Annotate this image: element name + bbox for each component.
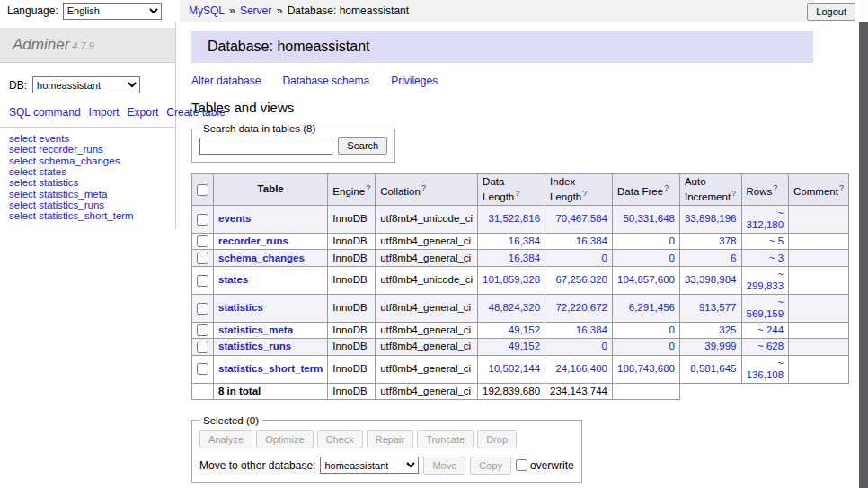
auto-increment-link[interactable]: 6 <box>731 253 736 263</box>
overwrite-checkbox[interactable] <box>516 459 527 471</box>
index-length-link[interactable]: 0 <box>602 341 607 351</box>
copy-button[interactable]: Copy <box>470 457 511 475</box>
auto-increment-link[interactable]: 33,898,196 <box>685 213 737 224</box>
row-checkbox-statistics-runs[interactable] <box>197 342 208 353</box>
rows-link[interactable]: ~ 244 <box>757 324 784 335</box>
data-length-link[interactable]: 16,384 <box>509 235 540 246</box>
data-free-link[interactable]: 104,857,600 <box>617 274 675 285</box>
select-all-checkbox[interactable] <box>197 184 208 196</box>
table-link-statistics[interactable]: statistics <box>218 302 263 313</box>
row-checkbox-statistics-short-term[interactable] <box>197 363 208 375</box>
data-length-link[interactable]: 31,522,816 <box>488 213 540 224</box>
bulk-analyze-button[interactable]: Analyze <box>199 430 252 448</box>
sidebar-select-states[interactable]: select <box>9 166 36 177</box>
table-link-schema-changes[interactable]: schema_changes <box>218 253 305 263</box>
rows-link[interactable]: ~ 312,180 <box>747 208 784 230</box>
bulk-repair-button[interactable]: Repair <box>367 430 413 448</box>
column-help-link[interactable]: ? <box>515 189 519 198</box>
bulk-truncate-button[interactable]: Truncate <box>417 430 474 448</box>
row-checkbox-statistics-meta[interactable] <box>197 324 208 336</box>
rows-link[interactable]: ~ 3 <box>769 253 784 263</box>
table-link-statistics-runs[interactable]: statistics_runs <box>218 341 291 351</box>
index-length-link[interactable]: 16,384 <box>576 324 607 335</box>
rows-link[interactable]: ~ 569,159 <box>747 297 784 319</box>
rows-link[interactable]: ~ 628 <box>757 341 784 351</box>
data-length-link[interactable]: 16,384 <box>509 253 540 263</box>
index-length-link[interactable]: 16,384 <box>576 235 607 246</box>
link-alter-database[interactable]: Alter database <box>191 75 261 87</box>
column-help-link[interactable]: ? <box>731 189 736 198</box>
auto-increment-link[interactable]: 913,577 <box>699 302 737 313</box>
data-length-link[interactable]: 101,859,328 <box>483 274 540 285</box>
data-length-link[interactable]: 48,824,320 <box>488 302 540 313</box>
sidebar-table-statistics-runs[interactable]: statistics_runs <box>39 200 104 210</box>
table-link-events[interactable]: events <box>218 213 251 224</box>
logout-button[interactable]: Logout <box>807 3 855 21</box>
sidebar-table-statistics-short-term[interactable]: statistics_short_term <box>39 210 133 221</box>
index-length-link[interactable]: 67,256,320 <box>555 274 607 285</box>
row-checkbox-states[interactable] <box>197 275 208 287</box>
column-help-link[interactable]: ? <box>421 183 426 192</box>
sidebar-select-statistics[interactable]: select <box>9 177 36 188</box>
sidebar-table-statistics[interactable]: statistics <box>39 177 78 188</box>
sidebar-select-statistics-short-term[interactable]: select <box>9 210 36 221</box>
table-link-statistics-meta[interactable]: statistics_meta <box>218 324 293 335</box>
table-link-statistics-short-term[interactable]: statistics_short_term <box>218 363 323 374</box>
data-free-link[interactable]: 50,331,648 <box>623 213 675 224</box>
data-free-link[interactable]: 6,291,456 <box>629 302 675 313</box>
data-free-link[interactable]: 0 <box>669 324 675 335</box>
link-database-schema[interactable]: Database schema <box>282 75 369 87</box>
sidebar-select-events[interactable]: select <box>9 133 36 144</box>
sidebar-table-recorder-runs[interactable]: recorder_runs <box>39 144 103 155</box>
bulk-check-button[interactable]: Check <box>317 430 363 448</box>
auto-increment-link[interactable]: 378 <box>719 235 736 246</box>
auto-increment-link[interactable]: 325 <box>719 324 736 335</box>
move-db-select[interactable]: homeassistant <box>320 457 419 474</box>
sidebar-table-events[interactable]: events <box>39 133 69 144</box>
scrollbar[interactable] <box>859 0 868 488</box>
auto-increment-link[interactable]: 33,398,984 <box>685 274 737 285</box>
index-length-link[interactable]: 72,220,672 <box>555 302 607 313</box>
data-length-link[interactable]: 49,152 <box>509 324 540 335</box>
index-length-link[interactable]: 0 <box>602 253 607 263</box>
link-privileges[interactable]: Privileges <box>391 75 438 87</box>
bulk-drop-button[interactable]: Drop <box>477 430 517 448</box>
data-free-link[interactable]: 0 <box>669 253 675 263</box>
data-length-link[interactable]: 10,502,144 <box>488 363 540 374</box>
auto-increment-link[interactable]: 8,581,645 <box>690 363 736 374</box>
sidebar-table-statistics-meta[interactable]: statistics_meta <box>39 189 107 200</box>
column-help-link[interactable]: ? <box>773 183 777 192</box>
search-input[interactable] <box>199 138 332 155</box>
data-free-link[interactable]: 188,743,680 <box>617 363 675 374</box>
table-link-states[interactable]: states <box>218 274 248 285</box>
sidebar-select-schema-changes[interactable]: select <box>9 155 36 166</box>
row-checkbox-events[interactable] <box>197 214 208 226</box>
table-link-recorder-runs[interactable]: recorder_runs <box>218 235 288 246</box>
sidebar-action-sql-command[interactable]: SQL command <box>9 106 81 119</box>
sidebar-action-export[interactable]: Export <box>128 106 159 119</box>
sidebar-table-schema-changes[interactable]: schema_changes <box>39 155 120 166</box>
db-select[interactable]: homeassistant <box>32 76 140 93</box>
scrollbar-thumb[interactable] <box>859 22 868 488</box>
breadcrumb-server[interactable]: Server <box>240 4 271 17</box>
data-length-link[interactable]: 49,152 <box>509 341 540 351</box>
sidebar-select-statistics-runs[interactable]: select <box>9 200 36 210</box>
sidebar-select-recorder-runs[interactable]: select <box>9 144 36 155</box>
rows-link[interactable]: ~ 5 <box>769 235 784 246</box>
sidebar-select-statistics-meta[interactable]: select <box>9 189 36 200</box>
data-free-link[interactable]: 0 <box>669 235 675 246</box>
row-checkbox-recorder-runs[interactable] <box>197 235 208 247</box>
auto-increment-link[interactable]: 39,999 <box>704 341 736 351</box>
column-help-link[interactable]: ? <box>839 183 844 192</box>
column-help-link[interactable]: ? <box>366 183 370 192</box>
data-free-link[interactable]: 0 <box>669 341 675 351</box>
breadcrumb-mysql[interactable]: MySQL <box>189 4 225 17</box>
column-help-link[interactable]: ? <box>582 189 587 198</box>
search-button[interactable]: Search <box>338 137 387 155</box>
row-checkbox-statistics[interactable] <box>197 303 208 315</box>
move-button[interactable]: Move <box>423 457 465 475</box>
index-length-link[interactable]: 70,467,584 <box>555 213 607 224</box>
column-help-link[interactable]: ? <box>664 183 669 192</box>
language-select[interactable]: English <box>63 3 162 20</box>
bulk-optimize-button[interactable]: Optimize <box>256 430 313 448</box>
